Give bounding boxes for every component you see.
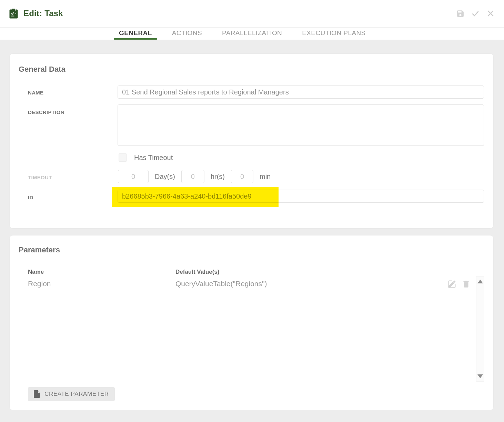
document-icon xyxy=(34,390,40,398)
has-timeout-checkbox[interactable] xyxy=(119,153,127,162)
name-input[interactable] xyxy=(118,86,484,99)
tab-bar: GENERAL ACTIONS PARALLELIZATION EXECUTIO… xyxy=(0,28,504,40)
create-parameter-button[interactable]: CREATE PARAMETER xyxy=(28,387,115,401)
header-bar: Edit: Task xyxy=(0,0,504,27)
create-parameter-label: CREATE PARAMETER xyxy=(44,391,109,398)
id-label: ID xyxy=(28,194,33,200)
timeout-label: TIMEOUT xyxy=(28,174,52,180)
description-textarea[interactable] xyxy=(118,104,484,146)
timeout-row: Day(s) hr(s) min xyxy=(118,170,271,183)
parameters-card: Parameters Name Default Value(s) Region … xyxy=(9,235,494,410)
tab-execution-plans[interactable]: EXECUTION PLANS xyxy=(297,28,371,40)
task-clipboard-icon xyxy=(9,8,18,19)
header-title-group: Edit: Task xyxy=(9,8,63,19)
column-header-name: Name xyxy=(28,269,44,275)
tab-actions[interactable]: ACTIONS xyxy=(167,28,207,40)
edit-task-dialog: Edit: Task GENERAL ACTIONS xyxy=(0,0,504,422)
timeout-hours-input[interactable] xyxy=(181,170,204,183)
timeout-days-input[interactable] xyxy=(118,170,149,183)
has-timeout-row: Has Timeout xyxy=(119,153,173,162)
parameter-row-name: Region xyxy=(28,280,51,288)
tab-general[interactable]: GENERAL xyxy=(114,28,157,40)
parameters-heading: Parameters xyxy=(19,245,60,254)
timeout-minutes-input[interactable] xyxy=(231,170,253,183)
edit-parameter-icon[interactable] xyxy=(447,279,457,289)
id-input[interactable] xyxy=(118,190,484,203)
parameter-row-default-value: QueryValueTable("Regions") xyxy=(175,280,267,288)
parameter-list-scrollbar[interactable] xyxy=(476,276,484,382)
hours-unit-label: hr(s) xyxy=(211,173,225,181)
close-icon[interactable] xyxy=(486,9,495,18)
general-data-card: General Data NAME DESCRIPTION Has Timeou… xyxy=(9,53,494,229)
description-label: DESCRIPTION xyxy=(28,109,64,115)
page-title: Edit: Task xyxy=(23,9,63,18)
minutes-unit-label: min xyxy=(260,173,271,181)
days-unit-label: Day(s) xyxy=(155,173,175,181)
delete-parameter-icon[interactable] xyxy=(461,279,471,289)
header-actions xyxy=(456,9,495,18)
name-label: NAME xyxy=(28,90,43,96)
tab-parallelization[interactable]: PARALLELIZATION xyxy=(217,28,287,40)
save-icon[interactable] xyxy=(456,9,465,18)
confirm-check-icon[interactable] xyxy=(471,9,480,18)
general-data-heading: General Data xyxy=(19,65,65,74)
has-timeout-label: Has Timeout xyxy=(134,154,173,162)
scroll-up-arrow-icon[interactable] xyxy=(477,280,483,283)
scroll-down-arrow-icon[interactable] xyxy=(477,374,483,378)
column-header-default-values: Default Value(s) xyxy=(175,269,220,275)
